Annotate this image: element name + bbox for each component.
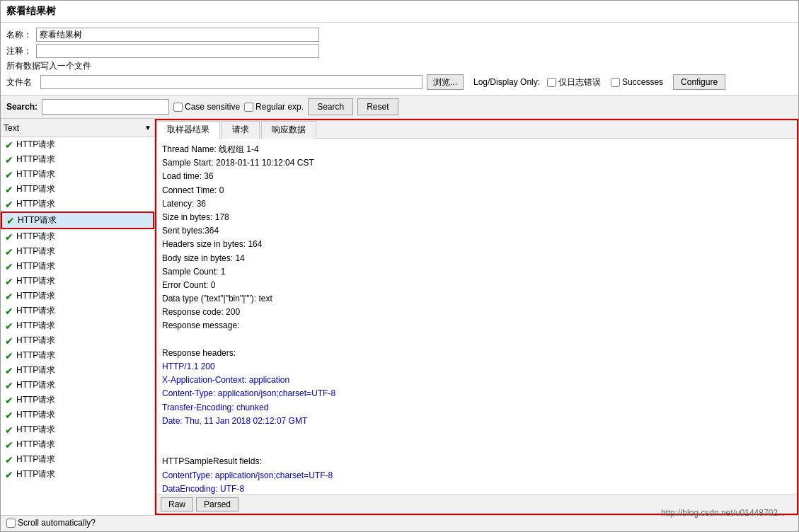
success-icon: ✔	[5, 261, 13, 272]
tree-item-label: HTTP请求	[16, 424, 55, 436]
tree-item[interactable]: ✔HTTP请求	[1, 393, 154, 407]
tree-item[interactable]: ✔HTTP请求	[1, 407, 154, 422]
tree-item[interactable]: ✔HTTP请求	[1, 259, 154, 274]
detail-line: Latency: 36	[162, 197, 791, 211]
log-display-label: Log/Display Only:	[473, 77, 540, 87]
scroll-auto-checkbox[interactable]	[6, 519, 16, 528]
main-window: 察看结果树 名称： 注释： 所有数据写入一个文件 文件名 浏览... Log/D…	[0, 0, 799, 532]
tree-item[interactable]: ✔HTTP请求	[1, 303, 154, 318]
tree-item[interactable]: ✔HTTP请求	[1, 318, 154, 333]
tree-item-label: HTTP请求	[16, 275, 55, 287]
success-icon: ✔	[5, 291, 13, 302]
window-title: 察看结果树	[6, 5, 793, 18]
tree-item-label: HTTP请求	[16, 379, 55, 391]
success-icon: ✔	[5, 139, 13, 151]
filename-label: 文件名	[6, 76, 32, 88]
tree-item-label: HTTP请求	[16, 290, 55, 302]
detail-content: Thread Name: 线程组 1-4Sample Start: 2018-0…	[156, 139, 797, 495]
tree-item[interactable]: ✔HTTP请求	[1, 363, 154, 378]
detail-line: Date: Thu, 11 Jan 2018 02:12:07 GMT	[162, 415, 791, 428]
tree-item[interactable]: ✔HTTP请求	[1, 167, 154, 182]
success-icon: ✔	[5, 410, 13, 421]
watermark: http://blog.csdn.net/u01448702...	[661, 508, 785, 518]
tree-item-label: HTTP请求	[16, 260, 55, 272]
file-row: 文件名 浏览... Log/Display Only: 仅日志错误 Succes…	[6, 74, 793, 90]
search-label: Search:	[6, 102, 38, 112]
success-icon: ✔	[5, 199, 13, 210]
success-icon: ✔	[5, 246, 13, 258]
regular-exp-checkbox[interactable]	[244, 103, 253, 112]
name-row: 名称：	[6, 28, 793, 42]
detail-line: Connect Time: 0	[162, 184, 791, 197]
all-data-label: 所有数据写入一个文件	[6, 60, 91, 72]
title-bar: 察看结果树	[1, 1, 798, 23]
successes-checkbox[interactable]	[611, 78, 620, 87]
tree-item[interactable]: ✔HTTP请求	[1, 289, 154, 303]
raw-button[interactable]: Raw	[161, 497, 193, 511]
tree-item[interactable]: ✔HTTP请求	[1, 152, 154, 167]
reset-button[interactable]: Reset	[357, 98, 398, 115]
case-sensitive-label[interactable]: Case sensitive	[173, 102, 240, 112]
tab-2[interactable]: 响应数据	[261, 121, 316, 139]
search-input[interactable]	[42, 99, 169, 115]
success-icon: ✔	[5, 306, 13, 317]
successes-checkbox-label[interactable]: Successes	[611, 77, 663, 87]
tree-item[interactable]: ✔HTTP请求	[1, 229, 154, 244]
tree-item-label: HTTP请求	[16, 231, 55, 243]
name-input[interactable]	[36, 28, 319, 42]
tree-item[interactable]: ✔HTTP请求	[1, 274, 154, 289]
tree-item[interactable]: ✔HTTP请求	[1, 182, 154, 197]
tree-item-label: HTTP请求	[16, 168, 55, 180]
success-icon: ✔	[5, 380, 13, 391]
tree-item[interactable]: ✔HTTP请求	[1, 348, 154, 363]
tree-item-label: HTTP请求	[16, 183, 55, 195]
name-label: 名称：	[6, 29, 32, 41]
browse-button[interactable]: 浏览...	[427, 74, 464, 90]
only-errors-label: 仅日志错误	[558, 76, 601, 88]
tab-0[interactable]: 取样器结果	[156, 121, 220, 139]
main-content: Text ▼ ✔HTTP请求✔HTTP请求✔HTTP请求✔HTTP请求✔HTTP…	[1, 119, 798, 515]
detail-line: Sample Start: 2018-01-11 10:12:04 CST	[162, 156, 791, 170]
scroll-auto-label[interactable]: Scroll automatically?	[6, 518, 96, 528]
tree-item-label: HTTP请求	[16, 305, 55, 317]
form-section: 名称： 注释： 所有数据写入一个文件 文件名 浏览... Log/Display…	[1, 23, 798, 96]
tree-item-label: HTTP请求	[16, 198, 55, 210]
success-icon: ✔	[5, 184, 13, 195]
tree-item[interactable]: ✔HTTP请求	[1, 333, 154, 348]
detail-line: X-Application-Context: application	[162, 374, 791, 387]
tree-item[interactable]: ✔HTTP请求	[1, 212, 154, 229]
detail-line	[162, 428, 791, 441]
tree-item[interactable]: ✔HTTP请求	[1, 437, 154, 452]
tree-item[interactable]: ✔HTTP请求	[1, 197, 154, 212]
tree-item[interactable]: ✔HTTP请求	[1, 244, 154, 259]
only-errors-checkbox[interactable]	[547, 78, 556, 87]
comment-label: 注释：	[6, 45, 32, 57]
tree-item[interactable]: ✔HTTP请求	[1, 467, 154, 482]
configure-button[interactable]: Configure	[673, 74, 725, 90]
dropdown-arrow-icon[interactable]: ▼	[144, 124, 151, 132]
tree-item[interactable]: ✔HTTP请求	[1, 422, 154, 437]
success-icon: ✔	[5, 231, 13, 243]
detail-line: Response code: 200	[162, 306, 791, 319]
search-button[interactable]: Search	[308, 98, 353, 115]
tree-item-label: HTTP请求	[18, 214, 57, 226]
tree-item-label: HTTP请求	[16, 364, 55, 376]
successes-label: Successes	[622, 77, 663, 87]
tab-1[interactable]: 请求	[222, 121, 260, 139]
right-panel: 取样器结果请求响应数据 Thread Name: 线程组 1-4Sample S…	[155, 119, 798, 515]
tree-item-label: HTTP请求	[16, 245, 55, 258]
success-icon: ✔	[5, 320, 13, 332]
detail-line	[162, 333, 791, 347]
detail-line: HTTP/1.1 200	[162, 360, 791, 374]
comment-input[interactable]	[36, 44, 319, 58]
case-sensitive-checkbox[interactable]	[173, 103, 183, 112]
tree-item[interactable]: ✔HTTP请求	[1, 137, 154, 152]
tree-item[interactable]: ✔HTTP请求	[1, 452, 154, 467]
regular-exp-label[interactable]: Regular exp.	[244, 102, 304, 112]
parsed-button[interactable]: Parsed	[196, 497, 238, 511]
regular-exp-text: Regular exp.	[255, 102, 304, 112]
detail-line: Body size in bytes: 14	[162, 252, 791, 265]
only-errors-checkbox-label[interactable]: 仅日志错误	[547, 76, 601, 88]
filename-input[interactable]	[40, 75, 423, 89]
tree-item[interactable]: ✔HTTP请求	[1, 378, 154, 393]
